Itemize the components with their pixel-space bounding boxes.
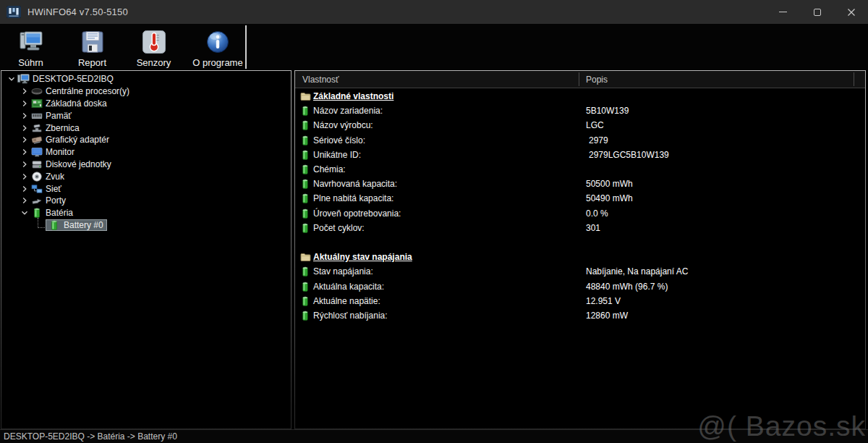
chevron-right-icon[interactable] (19, 125, 30, 132)
tree-item-battery[interactable]: Batéria (1, 207, 291, 219)
folder-section-icon (299, 253, 311, 262)
tree-item-battery0[interactable]: Battery #0 (1, 219, 291, 232)
property-row[interactable]: Plne nabitá kapacita: 50490 mWh (295, 191, 865, 206)
chevron-right-icon[interactable] (19, 161, 30, 168)
summary-button[interactable]: Súhrn (0, 24, 61, 70)
chevron-right-icon[interactable] (19, 148, 30, 156)
tree-item-network[interactable]: Sieť (1, 182, 291, 195)
chevron-right-icon[interactable] (19, 112, 30, 119)
property-row[interactable]: Počet cyklov: 301 (295, 221, 865, 235)
tree-item-bus[interactable]: Zbernica (1, 122, 291, 134)
device-tree-panel: DESKTOP-5ED2IBQ Centrálne procesor(y) Zá… (1, 70, 292, 429)
tree-label: Sieť (46, 184, 61, 194)
battery-small-icon (299, 149, 311, 161)
tree-item-motherboard[interactable]: Základná doska (1, 98, 291, 110)
property-row[interactable]: Navrhovaná kapacita: 50500 mWh (295, 177, 865, 191)
battery-small-icon (299, 164, 311, 175)
battery-icon (48, 219, 60, 231)
battery-small-icon (299, 178, 311, 190)
tree-item-drives[interactable]: Diskové jednotky (1, 159, 291, 171)
monitor-icon (30, 146, 43, 158)
chevron-right-icon[interactable] (19, 100, 30, 107)
main-area: DESKTOP-5ED2IBQ Centrálne procesor(y) Zá… (0, 70, 868, 429)
report-button[interactable]: Report (61, 24, 123, 70)
battery-small-icon (299, 310, 311, 321)
property-row[interactable]: Názov zariadenia: 5B10W139 (295, 104, 865, 118)
chevron-right-icon[interactable] (19, 88, 30, 95)
motherboard-icon (30, 98, 43, 109)
tree-label: Diskové jednotky (46, 159, 111, 169)
section-header: Základné vlastnosti (295, 89, 865, 104)
tree-label: Pamäť (46, 111, 72, 121)
close-icon (847, 8, 856, 17)
property-row[interactable]: Chémia: (295, 162, 865, 177)
column-header-property[interactable]: Vlastnosť (302, 75, 339, 85)
battery-small-icon (299, 119, 311, 131)
property-row[interactable]: Úroveň opotrebovania: 0.0 % (295, 206, 865, 221)
chevron-down-icon[interactable] (19, 209, 30, 216)
properties-panel: Vlastnosť Popis Základné vlastnosti Názo… (294, 70, 866, 429)
bus-icon (30, 122, 43, 134)
chevron-down-icon[interactable] (6, 75, 17, 83)
floppy-report-icon (80, 28, 105, 56)
chevron-right-icon[interactable] (19, 185, 30, 193)
memory-icon (30, 110, 43, 122)
property-row[interactable]: Unikátne ID: 2979LGC5B10W139 (295, 148, 865, 162)
column-header-description[interactable]: Popis (586, 75, 608, 85)
tree-label: DESKTOP-5ED2IBQ (33, 74, 114, 84)
thermometer-sensors-icon (142, 28, 166, 56)
chevron-right-icon[interactable] (19, 136, 30, 143)
tree-label: Monitor (46, 147, 75, 157)
tree-item-monitor[interactable]: Monitor (1, 146, 291, 159)
property-row[interactable]: Sériové číslo: 2979 (295, 133, 865, 148)
title-bar: HWiNFO64 v7.50-5150 (0, 0, 868, 24)
battery-small-icon (299, 295, 311, 307)
property-row[interactable]: Rýchlosť nabíjania: 12860 mW (295, 308, 865, 323)
tree-item-ports[interactable]: Porty (1, 195, 291, 207)
tree-label: Zvuk (46, 172, 64, 182)
cpu-icon (30, 85, 43, 97)
tree-item-memory[interactable]: Pamäť (1, 109, 291, 122)
tree-item-gpu[interactable]: Grafický adaptér (1, 134, 291, 146)
property-row[interactable]: Aktuálne napätie: 12.951 V (295, 294, 865, 308)
hwinfo-window: HWiNFO64 v7.50-5150 Súh (0, 0, 868, 443)
sensors-label: Senzory (137, 57, 171, 68)
tree-item-computer[interactable]: DESKTOP-5ED2IBQ (1, 73, 291, 85)
toolbar: Súhrn Report (0, 24, 868, 70)
ports-icon (30, 195, 43, 206)
tree-item-cpu[interactable]: Centrálne procesor(y) (1, 85, 291, 98)
toolbar-separator (245, 25, 247, 69)
app-logo-icon (7, 6, 21, 18)
maximize-button[interactable] (800, 0, 834, 24)
minimize-button[interactable] (766, 0, 800, 24)
selected-tree-item[interactable]: Battery #0 (46, 219, 107, 231)
sensors-button[interactable]: Senzory (123, 24, 184, 70)
gpu-icon (30, 134, 43, 145)
column-divider[interactable] (579, 72, 579, 86)
status-path: DESKTOP-5ED2IBQ -> Batéria -> Battery #0 (4, 431, 177, 442)
tree-label: Základná doska (46, 98, 107, 109)
tree-connector-line (38, 218, 45, 228)
computer-summary-icon (18, 28, 44, 56)
summary-label: Súhrn (18, 57, 43, 68)
column-divider[interactable] (854, 72, 854, 86)
battery-small-icon (299, 193, 311, 204)
tree-label: Batéria (46, 208, 73, 218)
property-row[interactable]: Názov výrobcu: LGC (295, 118, 865, 132)
battery-small-icon (299, 135, 311, 146)
about-button[interactable]: O programe (184, 24, 251, 70)
minimize-icon (779, 12, 787, 12)
chevron-right-icon[interactable] (19, 173, 30, 180)
battery-small-icon (299, 208, 311, 219)
chevron-right-icon[interactable] (19, 197, 30, 204)
network-icon (30, 183, 43, 195)
tree-item-audio[interactable]: Zvuk (1, 170, 291, 182)
battery-icon (30, 207, 43, 219)
computer-icon (17, 73, 30, 85)
tree-label: Zbernica (46, 123, 80, 133)
report-label: Report (78, 57, 106, 68)
property-row[interactable]: Stav napájania: Nabíjanie, Na napájaní A… (295, 264, 865, 279)
about-label: O programe (192, 57, 242, 68)
close-button[interactable] (834, 0, 868, 24)
property-row[interactable]: Aktuálna kapacita: 48840 mWh (96.7 %) (295, 279, 865, 293)
